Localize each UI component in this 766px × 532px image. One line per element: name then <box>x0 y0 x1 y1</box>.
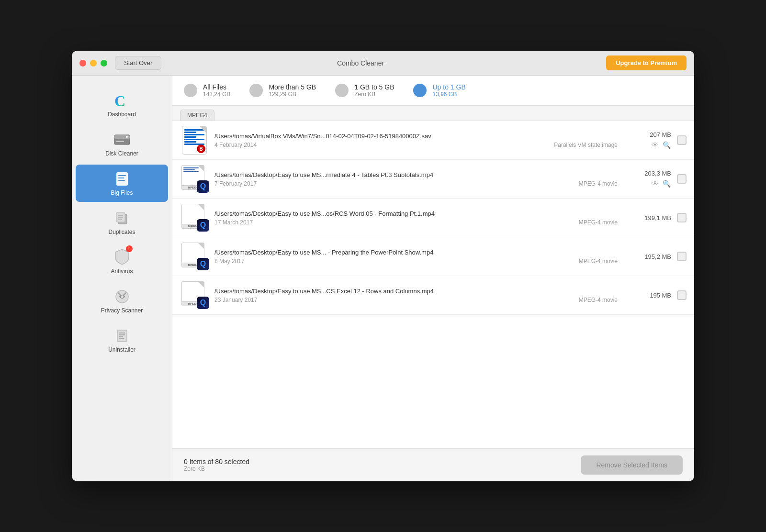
traffic-lights <box>79 60 107 66</box>
svg-rect-18 <box>117 330 127 342</box>
table-row: B /Users/tomas/VirtualBox VMs/Win7/Sn...… <box>172 121 694 160</box>
svg-text:C: C <box>114 92 125 109</box>
upgrade-button[interactable]: Upgrade to Premium <box>606 55 687 70</box>
sidebar-item-disk-cleaner[interactable]: Disk Cleaner <box>76 125 168 163</box>
filter-5gb[interactable]: More than 5 GB 129,29 GB <box>249 83 316 98</box>
file-size: 195,2 MB <box>644 253 671 260</box>
filter-upto1gb-name: Up to 1 GB <box>432 83 465 91</box>
file-thumbnail: B <box>180 126 209 155</box>
file-thumbnail: MPEG4 Q <box>180 203 209 232</box>
filter-upto1gb-dot <box>413 84 427 97</box>
table-row: MPEG4 Q /Users/tomas/Desktop/Easy to use… <box>172 199 694 237</box>
file-checkbox[interactable] <box>677 135 687 145</box>
file-list: B /Users/tomas/VirtualBox VMs/Win7/Sn...… <box>172 121 694 448</box>
filter-1to5gb-name: 1 GB to 5 GB <box>354 83 394 91</box>
filter-5gb-dot <box>249 84 263 97</box>
file-meta: 17 March 2017 MPEG-4 movie <box>214 219 618 226</box>
file-meta: 7 February 2017 MPEG-4 movie <box>214 180 618 187</box>
filter-upto1gb[interactable]: Up to 1 GB 13,96 GB <box>413 83 465 98</box>
file-info: /Users/tomas/Desktop/Easy to use MS...rm… <box>214 171 618 187</box>
file-checkbox[interactable] <box>677 174 687 184</box>
filter-bar: All Files 143,24 GB More than 5 GB 129,2… <box>172 76 694 106</box>
tab-mpeg4[interactable]: MPEG4 <box>180 110 214 121</box>
file-size-col: 195,2 MB <box>623 253 671 260</box>
disk-cleaner-icon <box>113 131 131 148</box>
file-kind: MPEG-4 movie <box>579 297 618 303</box>
file-thumbnail: MPEG4 Q <box>180 242 209 271</box>
footer-bar: 0 Items of 80 selected Zero KB Remove Se… <box>172 448 694 481</box>
table-row: MPEG4 Q /Users/tomas/Desktop/Easy to use… <box>172 237 694 276</box>
file-checkbox[interactable] <box>677 290 687 300</box>
privacy-scanner-icon <box>113 288 131 305</box>
table-row: MPEG4 Q /Users/tomas/Desktop/Easy to use… <box>172 160 694 199</box>
sidebar-item-duplicates-label: Duplicates <box>108 229 135 235</box>
file-checkbox[interactable] <box>677 213 687 222</box>
file-size: 195 MB <box>650 292 671 299</box>
file-size: 207 MB <box>650 131 671 138</box>
sidebar-item-uninstaller-label: Uninstaller <box>108 346 135 353</box>
filter-1to5gb[interactable]: 1 GB to 5 GB Zero KB <box>335 83 394 98</box>
mpeg4-file-icon: MPEG4 Q <box>181 281 207 310</box>
tab-bar: MPEG4 <box>172 106 694 121</box>
file-path: /Users/tomas/Desktop/Easy to use MS...rm… <box>214 171 618 178</box>
filter-5gb-text: More than 5 GB 129,29 GB <box>269 83 316 98</box>
file-checkbox[interactable] <box>677 252 687 261</box>
start-over-button[interactable]: Start Over <box>115 56 161 70</box>
filter-1to5gb-dot <box>335 84 349 97</box>
file-size-col: 203,3 MB 👁 🔍 <box>623 170 671 188</box>
file-actions: 👁 🔍 <box>650 179 671 188</box>
sidebar-item-antivirus[interactable]: ! Antivirus <box>76 243 168 280</box>
duplicates-icon <box>113 210 131 227</box>
sidebar-item-uninstaller[interactable]: Uninstaller <box>76 321 168 359</box>
big-files-icon <box>113 170 131 188</box>
file-path: /Users/tomas/Desktop/Easy to use MS...CS… <box>214 288 618 295</box>
sidebar-item-big-files[interactable]: Big Files <box>76 165 168 202</box>
file-meta: 4 February 2014 Parallels VM state image <box>214 142 618 148</box>
mpeg4-file-icon: MPEG4 Q <box>181 165 207 193</box>
antivirus-alert-badge: ! <box>126 245 133 252</box>
file-size: 199,1 MB <box>644 214 671 222</box>
info-icon[interactable]: 🔍 <box>662 140 671 150</box>
filter-5gb-name: More than 5 GB <box>269 83 316 91</box>
mpeg4-file-icon: MPEG4 Q <box>181 203 207 232</box>
file-size-col: 199,1 MB <box>623 214 671 222</box>
maximize-button[interactable] <box>101 60 107 66</box>
svg-rect-8 <box>118 180 125 181</box>
sidebar-item-privacy-scanner[interactable]: Privacy Scanner <box>76 282 168 320</box>
minimize-button[interactable] <box>90 60 97 66</box>
file-size-col: 207 MB 👁 🔍 <box>623 131 671 150</box>
filter-all-files[interactable]: All Files 143,24 GB <box>184 83 230 98</box>
filter-all-size: 143,24 GB <box>203 91 230 98</box>
filter-upto1gb-text: Up to 1 GB 13,96 GB <box>432 83 465 98</box>
file-kind: Parallels VM state image <box>554 142 618 148</box>
preview-icon[interactable]: 👁 <box>650 140 660 150</box>
preview-icon[interactable]: 👁 <box>650 179 660 188</box>
titlebar: Start Over Combo Cleaner Upgrade to Prem… <box>72 51 694 76</box>
file-info: /Users/tomas/Desktop/Easy to use MS... -… <box>214 249 618 265</box>
file-date: 4 February 2014 <box>214 142 257 148</box>
info-icon[interactable]: 🔍 <box>662 179 671 188</box>
file-path: /Users/tomas/Desktop/Easy to use MS... -… <box>214 249 618 256</box>
file-date: 23 January 2017 <box>214 297 257 303</box>
filter-1to5gb-size: Zero KB <box>354 91 394 98</box>
svg-point-3 <box>126 136 128 138</box>
uninstaller-icon <box>113 327 131 344</box>
table-row: MPEG4 Q /Users/tomas/Desktop/Easy to use… <box>172 276 694 315</box>
close-button[interactable] <box>79 60 86 66</box>
titlebar-center: Combo Cleaner <box>115 59 606 67</box>
sidebar-item-duplicates[interactable]: Duplicates <box>76 204 168 241</box>
filter-upto1gb-size: 13,96 GB <box>432 91 465 98</box>
filter-all-name: All Files <box>203 83 230 91</box>
filter-5gb-size: 129,29 GB <box>269 91 316 98</box>
footer-size: Zero KB <box>184 466 249 472</box>
file-size: 203,3 MB <box>644 170 671 177</box>
file-kind: MPEG-4 movie <box>579 180 618 187</box>
sidebar-item-dashboard[interactable]: C Dashboard <box>76 86 168 123</box>
remove-selected-button[interactable]: Remove Selected Items <box>581 455 683 475</box>
svg-text:B: B <box>199 146 203 152</box>
file-meta: 8 May 2017 MPEG-4 movie <box>214 258 618 265</box>
filter-1to5gb-text: 1 GB to 5 GB Zero KB <box>354 83 394 98</box>
filter-all-text: All Files 143,24 GB <box>203 83 230 98</box>
antivirus-icon: ! <box>113 249 131 266</box>
app-window: Start Over Combo Cleaner Upgrade to Prem… <box>72 51 694 481</box>
